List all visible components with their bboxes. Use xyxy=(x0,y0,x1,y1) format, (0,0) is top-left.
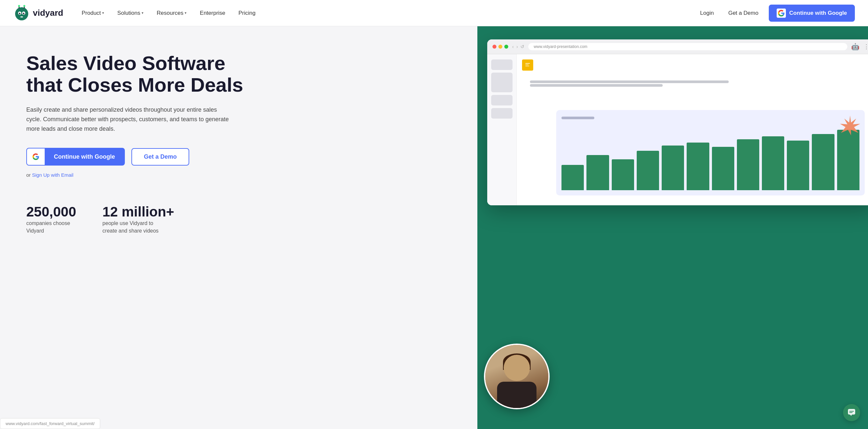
dot-red xyxy=(493,45,496,49)
google-logo-icon xyxy=(778,9,785,17)
hero-subtitle: Easily create and share personalized vid… xyxy=(26,105,230,133)
chart-bar xyxy=(586,155,609,190)
chevron-down-icon: ▾ xyxy=(185,11,187,15)
chart-bar xyxy=(837,130,860,190)
chart-header xyxy=(561,117,860,119)
nav-item-pricing[interactable]: Pricing xyxy=(233,7,261,19)
chart-bar xyxy=(737,139,759,190)
chart-bar xyxy=(687,143,709,190)
logo-link[interactable]: vidyard xyxy=(13,5,63,22)
svg-point-10 xyxy=(18,5,20,7)
nav-item-resources[interactable]: Resources ▾ xyxy=(151,7,192,19)
svg-rect-19 xyxy=(849,411,854,411)
svg-rect-14 xyxy=(525,64,529,65)
slide-line-2 xyxy=(530,84,663,87)
back-icon: ‹ xyxy=(512,44,514,49)
google-icon-hero xyxy=(27,149,45,165)
browser-main-content xyxy=(517,54,868,205)
browser-sidebar xyxy=(487,54,517,205)
refresh-icon: ↺ xyxy=(520,44,524,49)
hero-cta-group: Continue with Google Get a Demo xyxy=(26,148,458,165)
person-image xyxy=(485,345,548,408)
svg-marker-18 xyxy=(850,415,852,416)
svg-rect-15 xyxy=(525,66,529,66)
stat-companies: 250,000 companies choose Vidyard xyxy=(26,204,76,235)
extension-icon: 🤖 xyxy=(851,43,860,51)
nav-item-solutions[interactable]: Solutions ▾ xyxy=(112,7,149,19)
menu-icon: ⋮ xyxy=(863,43,868,50)
chart-bar xyxy=(712,147,734,190)
chat-icon xyxy=(847,408,856,417)
nav-menu: Product ▾ Solutions ▾ Resources ▾ Enterp… xyxy=(76,7,696,19)
continue-with-google-hero-button[interactable]: Continue with Google xyxy=(26,148,125,165)
head xyxy=(504,355,530,381)
chart-label xyxy=(561,117,594,119)
signup-email-link[interactable]: Sign Up with Email xyxy=(32,172,73,178)
chevron-down-icon: ▾ xyxy=(102,11,104,15)
chart-bar xyxy=(561,165,584,190)
chart-bar xyxy=(762,136,784,190)
status-bar: www.vidyard.com/fast_forward_virtual_sum… xyxy=(0,418,100,429)
google-icon xyxy=(777,8,786,18)
slide-line-1 xyxy=(530,81,729,83)
svg-rect-7 xyxy=(20,17,23,18)
browser-window-controls xyxy=(493,45,508,49)
video-thumbnail[interactable] xyxy=(484,344,550,409)
svg-point-3 xyxy=(19,12,21,14)
nav-item-product[interactable]: Product ▾ xyxy=(76,7,110,19)
svg-point-11 xyxy=(23,5,25,7)
dot-yellow xyxy=(498,45,502,49)
sidebar-block-2 xyxy=(491,72,513,92)
starburst-icon xyxy=(839,114,861,135)
svg-point-4 xyxy=(23,12,25,14)
svg-rect-20 xyxy=(849,412,852,413)
hero-section: Sales Video Software that Closes More De… xyxy=(0,26,868,429)
sidebar-block-1 xyxy=(491,59,513,70)
slides-logo-icon xyxy=(524,61,531,69)
logo-icon xyxy=(13,5,30,22)
svg-point-6 xyxy=(24,13,24,13)
svg-marker-16 xyxy=(840,116,860,135)
svg-point-0 xyxy=(15,7,28,20)
navbar: vidyard Product ▾ Solutions ▾ Resources … xyxy=(0,0,868,26)
get-demo-nav-button[interactable]: Get a Demo xyxy=(724,7,763,19)
browser-window: ‹ › ↺ www.vidyard-presentation.com 🤖 ⋮ xyxy=(487,39,868,205)
nav-item-enterprise[interactable]: Enterprise xyxy=(194,7,230,19)
forward-icon: › xyxy=(517,44,518,49)
hero-right-illustration: ‹ › ↺ www.vidyard-presentation.com 🤖 ⋮ xyxy=(477,26,868,429)
dot-green xyxy=(504,45,508,49)
stat-people: 12 million+ people use Vidyard to create… xyxy=(102,204,174,235)
continue-with-google-nav-button[interactable]: Continue with Google xyxy=(769,5,855,22)
svg-point-5 xyxy=(20,13,20,13)
presentation-lines xyxy=(523,81,868,87)
sidebar-block-3 xyxy=(491,95,513,105)
body xyxy=(497,382,536,408)
browser-url-bar[interactable]: www.vidyard-presentation.com xyxy=(528,43,847,50)
chart-bar xyxy=(787,141,809,190)
chat-bubble-button[interactable] xyxy=(843,404,860,421)
get-demo-hero-button[interactable]: Get a Demo xyxy=(131,148,189,165)
sidebar-block-4 xyxy=(491,108,513,119)
browser-nav-controls: ‹ › ↺ xyxy=(512,44,524,49)
svg-rect-13 xyxy=(525,63,530,64)
navbar-actions: Login Get a Demo Continue with Google xyxy=(696,5,855,22)
hero-title: Sales Video Software that Closes More De… xyxy=(26,53,250,96)
google-logo-hero-icon xyxy=(32,153,39,160)
chevron-down-icon: ▾ xyxy=(142,11,144,15)
chart-bar xyxy=(637,151,659,190)
browser-content xyxy=(487,54,868,205)
svg-rect-17 xyxy=(848,409,855,415)
logo-wordmark: vidyard xyxy=(33,8,63,18)
chart-bar xyxy=(662,146,684,190)
chart-area xyxy=(556,110,865,195)
chart-bar xyxy=(612,159,634,190)
browser-toolbar: ‹ › ↺ www.vidyard-presentation.com 🤖 ⋮ xyxy=(487,39,868,54)
bar-chart xyxy=(561,123,860,190)
login-button[interactable]: Login xyxy=(696,7,718,19)
hero-left-content: Sales Video Software that Closes More De… xyxy=(0,26,477,429)
slides-icon xyxy=(522,59,533,71)
hero-stats: 250,000 companies choose Vidyard 12 mill… xyxy=(26,204,458,235)
chart-bar xyxy=(812,134,834,190)
hero-signup-alt: or Sign Up with Email xyxy=(26,172,458,178)
